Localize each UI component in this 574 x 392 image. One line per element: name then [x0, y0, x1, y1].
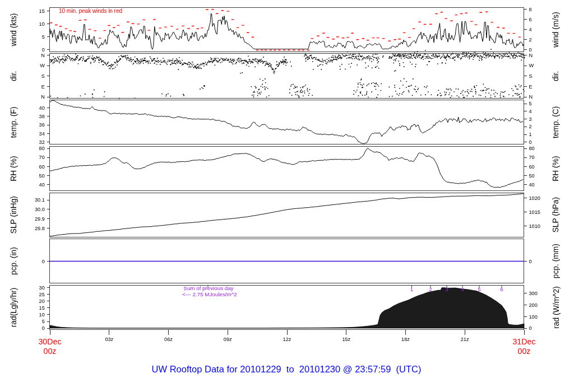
svg-text:70: 70: [39, 155, 45, 160]
svg-text:10: 10: [39, 312, 45, 318]
svg-text:4: 4: [529, 109, 532, 114]
svg-text:0: 0: [529, 47, 532, 53]
svg-text:dir.: dir.: [552, 71, 561, 81]
svg-text:18z: 18z: [401, 337, 410, 342]
svg-text:pcp. (mm): pcp. (mm): [552, 244, 561, 278]
svg-text:10 min. peak winds in red: 10 min. peak winds in red: [59, 8, 122, 14]
svg-text:E: E: [41, 84, 45, 90]
svg-text:S: S: [41, 73, 45, 79]
svg-text:1010: 1010: [529, 223, 540, 229]
svg-text:34: 34: [39, 131, 45, 137]
svg-text:1020: 1020: [529, 195, 540, 201]
svg-text:60: 60: [39, 164, 45, 170]
svg-text:5: 5: [529, 101, 532, 106]
svg-text:40: 40: [529, 182, 535, 188]
svg-text:rad(Lgly/hr): rad(Lgly/hr): [10, 288, 18, 328]
svg-text:5: 5: [42, 34, 45, 40]
svg-text:31Dec: 31Dec: [512, 337, 535, 346]
svg-text:8: 8: [529, 7, 532, 12]
svg-text:5: 5: [42, 319, 45, 324]
svg-text:50: 50: [529, 173, 535, 179]
svg-text:30.0: 30.0: [35, 207, 45, 212]
svg-text:temp. (F): temp. (F): [10, 106, 18, 138]
svg-text:80: 80: [39, 146, 45, 151]
svg-text:wind (m/s): wind (m/s): [552, 12, 561, 48]
svg-text:RH (%): RH (%): [552, 156, 561, 181]
svg-text:10: 10: [39, 21, 45, 27]
svg-text:06z: 06z: [164, 337, 173, 342]
svg-text:70: 70: [529, 155, 535, 160]
svg-text:3: 3: [529, 116, 532, 122]
svg-text:1015: 1015: [529, 209, 540, 215]
svg-text:rad (W/m^2): rad (W/m^2): [552, 286, 561, 328]
svg-text:29.9: 29.9: [35, 216, 45, 222]
svg-text:2: 2: [429, 286, 432, 292]
svg-text:0: 0: [42, 259, 45, 264]
svg-text:40: 40: [39, 105, 45, 111]
svg-text:20: 20: [39, 298, 45, 304]
svg-text:N: N: [529, 53, 533, 58]
svg-text:W: W: [40, 63, 45, 68]
svg-text:N: N: [41, 94, 45, 100]
svg-text:09z: 09z: [224, 337, 232, 342]
svg-text:36: 36: [39, 122, 45, 128]
svg-text:<--- 2.75 MJoules/m^2: <--- 2.75 MJoules/m^2: [182, 291, 237, 297]
svg-text:S: S: [529, 73, 533, 79]
svg-text:30.1: 30.1: [35, 197, 45, 203]
svg-text:0: 0: [529, 139, 532, 145]
svg-text:15: 15: [39, 8, 45, 14]
svg-text:00z: 00z: [44, 347, 57, 356]
svg-text:temp. (C): temp. (C): [552, 106, 561, 139]
svg-text:N: N: [529, 94, 533, 100]
svg-text:38: 38: [39, 114, 45, 119]
svg-text:6: 6: [500, 286, 503, 292]
svg-text:30: 30: [39, 285, 45, 291]
svg-text:5: 5: [478, 286, 481, 292]
svg-text:15z: 15z: [342, 337, 350, 342]
svg-text:100: 100: [529, 314, 538, 320]
svg-text:1: 1: [529, 132, 532, 137]
svg-text:12z: 12z: [283, 337, 291, 342]
svg-text:25: 25: [39, 292, 45, 297]
svg-text:0: 0: [42, 47, 45, 53]
svg-text:UW Rooftop Data for 20101229: UW Rooftop Data for 20101229 to 20101230…: [152, 364, 422, 374]
svg-text:4: 4: [529, 27, 532, 32]
svg-text:6: 6: [529, 17, 532, 22]
svg-text:2: 2: [529, 37, 532, 43]
svg-text:03z: 03z: [105, 337, 113, 342]
svg-text:3: 3: [445, 286, 448, 292]
svg-text:00z: 00z: [518, 347, 531, 356]
svg-text:21z: 21z: [461, 337, 469, 342]
svg-text:29.8: 29.8: [35, 226, 45, 231]
svg-text:15: 15: [39, 305, 45, 311]
svg-text:50: 50: [39, 173, 45, 179]
svg-text:32: 32: [39, 139, 45, 145]
svg-text:40: 40: [39, 182, 45, 188]
svg-text:1: 1: [410, 286, 413, 292]
svg-text:60: 60: [529, 164, 535, 170]
svg-text:pcp. (in): pcp. (in): [10, 247, 18, 275]
svg-text:SLP (inHg): SLP (inHg): [10, 196, 18, 234]
svg-text:2: 2: [529, 124, 532, 129]
svg-text:SLP (hPa): SLP (hPa): [552, 197, 561, 232]
svg-text:0: 0: [42, 325, 45, 331]
svg-text:Sum of previous day: Sum of previous day: [183, 285, 233, 291]
svg-text:N: N: [41, 53, 45, 58]
svg-text:0: 0: [529, 325, 532, 331]
svg-text:wind (kts): wind (kts): [10, 13, 18, 47]
svg-text:E: E: [529, 84, 533, 90]
svg-text:4: 4: [461, 286, 464, 292]
svg-text:0: 0: [529, 259, 532, 264]
svg-text:RH (%): RH (%): [10, 156, 18, 181]
svg-text:W: W: [529, 63, 534, 68]
svg-text:300: 300: [529, 291, 538, 296]
svg-text:dir.: dir.: [10, 71, 18, 81]
svg-text:80: 80: [529, 146, 535, 151]
svg-text:30Dec: 30Dec: [38, 337, 61, 346]
svg-text:200: 200: [529, 302, 538, 308]
